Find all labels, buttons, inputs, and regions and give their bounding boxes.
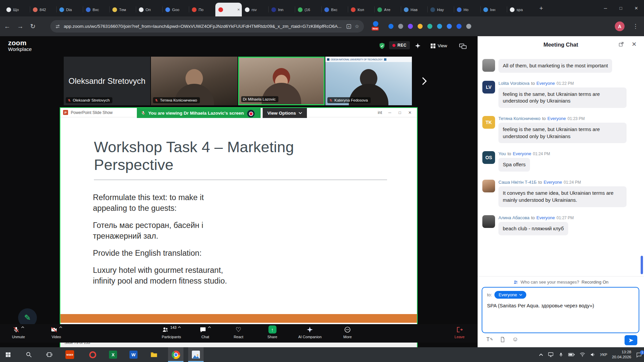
browser-tab[interactable]: spa × [507, 3, 533, 16]
extension-icon[interactable] [408, 24, 413, 29]
chevron-up-icon[interactable] [59, 326, 62, 328]
message-recipient[interactable]: Everyone [536, 81, 555, 86]
send-button[interactable] [625, 335, 637, 345]
new-tab-button[interactable]: + [537, 4, 546, 13]
share-record-indicator[interactable] [247, 110, 255, 117]
window-close-button[interactable]: ✕ [629, 0, 644, 16]
m365-app-button[interactable]: M365 [62, 347, 77, 362]
chat-button[interactable]: Chat [200, 324, 211, 343]
bookmark-star-icon[interactable]: ☆ [355, 23, 359, 29]
task-view-button[interactable] [42, 347, 57, 362]
extension-icon[interactable] [437, 24, 442, 29]
language-indicator[interactable]: УКР [600, 353, 607, 357]
ppt-maximize-button[interactable]: □ [395, 108, 405, 117]
notification-center-button[interactable]: 1 [636, 352, 642, 358]
browser-tab[interactable]: Що × [3, 3, 30, 16]
extension-icon[interactable] [447, 24, 452, 29]
recording-indicator[interactable]: REC [389, 41, 410, 49]
battery-icon[interactable] [568, 352, 575, 357]
new-extension-icon[interactable]: New [372, 21, 380, 26]
message-recipient[interactable]: Everyone [547, 116, 566, 121]
refresh-icon[interactable]: ↻ [30, 22, 36, 30]
view-options-button[interactable]: View Options [263, 108, 307, 118]
excel-app-button[interactable]: X [105, 347, 121, 362]
browser-tab[interactable]: Нау × [427, 3, 454, 16]
attach-file-icon[interactable] [500, 337, 505, 343]
extension-icon[interactable] [388, 24, 393, 29]
close-chat-icon[interactable]: ✕ [632, 41, 637, 48]
share-screen-button[interactable]: ↑ Share [267, 324, 277, 343]
message-bubble[interactable]: Spa offers [498, 158, 530, 172]
browser-tab[interactable]: Inn × [268, 3, 295, 16]
multi-screen-icon[interactable] [459, 42, 467, 50]
chevron-up-icon[interactable] [208, 326, 211, 328]
chat-scrollbar-thumb[interactable] [641, 256, 643, 274]
back-icon[interactable]: ← [4, 23, 10, 30]
browser-tab[interactable]: Оп × [136, 3, 162, 16]
file-explorer-button[interactable] [146, 347, 162, 362]
forward-icon[interactable]: → [17, 23, 23, 30]
browser-tab[interactable]: Інн × [480, 3, 507, 16]
address-bar[interactable]: app.zoom.us/wc/5763166070/join?ref_from=… [50, 20, 364, 33]
video-tile-tetiana[interactable]: Тетяна Колісниченко [151, 57, 237, 105]
video-tile-mihaela-active-speaker[interactable]: Dr Mihaela Lazovic [238, 57, 325, 105]
extension-icon[interactable] [418, 24, 423, 29]
browser-tab[interactable]: Goo × [162, 3, 189, 16]
photos-app-button[interactable] [188, 347, 204, 362]
tab-close-icon[interactable]: × [237, 7, 240, 12]
extension-icon[interactable] [398, 24, 403, 29]
browser-tab[interactable]: Но × [454, 3, 480, 16]
message-bubble[interactable]: All of them, but marketing is the most i… [498, 59, 612, 73]
next-participants-chevron[interactable] [418, 74, 431, 88]
start-button[interactable] [0, 347, 16, 362]
message-bubble[interactable]: feeling is the same, but Ukrainian terms… [498, 123, 627, 143]
window-minimize-button[interactable]: ─ [598, 0, 613, 16]
message-bubble[interactable]: beach club - пляжний клуб [498, 222, 568, 236]
wifi-icon[interactable] [580, 352, 585, 357]
browser-tab[interactable]: Ате × [374, 3, 401, 16]
chat-input-text[interactable]: SPA (Sanitas Per Aqua. здоровье через во… [487, 303, 634, 308]
translate-icon[interactable]: A [346, 24, 352, 29]
browser-tab[interactable]: Нав × [401, 3, 427, 16]
chevron-up-icon[interactable] [178, 326, 181, 328]
react-button[interactable]: ♡ React [234, 324, 244, 343]
tray-chevron-up-icon[interactable] [539, 353, 543, 356]
message-recipient[interactable]: Everyone [513, 151, 531, 156]
word-app-button[interactable]: W [126, 347, 141, 362]
message-sender[interactable]: Тетяна Колісниченко [498, 116, 540, 121]
message-recipient[interactable]: Everyone [536, 215, 555, 220]
chat-compose-box[interactable]: to: Everyone SPA (Sanitas Per Aqua. здор… [482, 287, 639, 333]
message-sender[interactable]: You [498, 151, 506, 156]
unmute-button[interactable]: Unmute [12, 324, 25, 343]
browser-tab[interactable]: rsv × [242, 3, 268, 16]
message-sender[interactable]: Саша Нікітін Т-41Б [498, 180, 537, 185]
browser-tab[interactable]: × [215, 3, 242, 16]
browser-tab[interactable]: (16 × [295, 3, 321, 16]
extension-icon[interactable] [466, 24, 471, 29]
format-text-icon[interactable]: T✎ [486, 337, 493, 343]
browser-tab[interactable]: По × [189, 3, 215, 16]
chrome-app-button[interactable] [168, 347, 183, 362]
ppt-minimize-button[interactable]: ─ [385, 108, 395, 117]
message-bubble[interactable]: It conveys the same idea, but Ukrainian … [498, 186, 627, 207]
popout-icon[interactable] [619, 42, 624, 47]
message-sender[interactable]: Lolita Vorobiova [498, 81, 530, 86]
ai-companion-top-icon[interactable] [415, 43, 421, 49]
chevron-up-icon[interactable] [21, 326, 24, 328]
message-bubble[interactable]: feeling is the same, but Ukrainian terms… [498, 87, 627, 108]
browser-tab[interactable]: Dia × [56, 3, 83, 16]
profile-avatar[interactable]: A [615, 21, 625, 31]
display-icon[interactable] [548, 352, 554, 358]
browser-tab[interactable]: Тем × [109, 3, 136, 16]
participants-button[interactable]: 143 Participants [162, 324, 181, 343]
more-button[interactable]: More [343, 324, 352, 343]
video-tile-oleksandr[interactable]: Oleksandr Stretovych Oleksandr Stretovyc… [64, 57, 150, 105]
browser-tab[interactable]: Кол × [348, 3, 374, 16]
ai-companion-button[interactable]: AI Companion [298, 324, 322, 343]
leave-button[interactable]: Leave [454, 324, 465, 343]
message-sender[interactable]: Алина Абасова [498, 215, 529, 220]
taskbar-search-button[interactable] [21, 347, 37, 362]
browser-tab[interactable]: 842 × [30, 3, 56, 16]
chat-message-list[interactable]: All of them, but marketing is the most i… [478, 54, 641, 276]
video-tile-kateryna[interactable]: ODESA NATIONAL UNIVERSITY OF TECHNOLOGY … [325, 57, 412, 105]
